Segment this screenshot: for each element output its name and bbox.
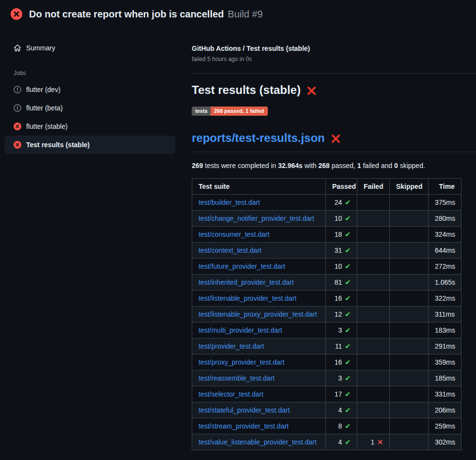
time-cell: 259ms [429,418,461,434]
skipped-cell [390,259,429,275]
passed-count: 8 [338,422,342,430]
sidebar-item-label: flutter (dev) [26,86,61,93]
check-icon: ✔ [345,374,351,382]
check-icon: ✔ [345,406,351,414]
total-count: 269 [192,162,203,169]
skipped-cell [390,195,429,211]
skipped-cell [390,354,429,370]
header-divider [192,73,476,74]
badge-value: 268 passed, 1 failed [211,107,268,116]
time-cell: 644ms [429,243,461,259]
badge-label: tests [192,107,211,116]
time-cell: 280ms [429,211,461,227]
suite-link[interactable]: test/future_provider_test.dart [199,262,285,270]
sidebar-item-summary[interactable]: Summary [5,39,175,57]
sidebar-item-label: Test results (stable) [26,141,90,149]
run-status-text: failed 5 hours ago in 0s [192,56,476,62]
suite-link[interactable]: test/selector_test.dart [199,390,263,398]
check-icon: ✔ [345,358,351,366]
time-cell: 1.065s [429,275,461,291]
skipped-cell [390,307,429,322]
suite-link[interactable]: test/provider_test.dart [199,342,264,350]
passed-count: 81 [335,278,342,286]
column-header-passed: Passed [326,179,357,195]
suite-link[interactable]: test/multi_provider_test.dart [199,326,282,334]
suite-link[interactable]: test/stream_provider_test.dart [199,422,289,430]
sidebar-item-test-results-stable[interactable]: Test results (stable) [5,136,175,154]
passed-count: 4 [338,438,342,446]
time-cell: 302ms [429,434,461,450]
table-row: test/stream_provider_test.dart 8✔ 259ms [192,418,461,434]
sidebar-item-label: flutter (beta) [26,104,62,112]
time-cell: 359ms [429,354,461,370]
summary-text: tests were completed in [203,162,278,169]
sidebar-item-flutter-beta[interactable]: flutter (beta) [5,99,175,117]
skipped-cell [390,418,429,434]
passed-count: 3 [338,326,342,334]
table-row: test/builder_test.dart 24✔ 375ms [192,195,461,211]
check-icon: ✔ [345,294,351,302]
table-header-row: Test suite Passed Failed Skipped Time [192,179,461,195]
table-row: test/listenable_provider_test.dart 16✔ 3… [192,291,461,307]
check-icon: ✔ [345,199,351,206]
sidebar: Summary Jobs flutter (dev) [0,27,180,154]
tests-status-badge[interactable]: tests 268 passed, 1 failed [192,107,268,116]
x-circle-icon [14,123,21,130]
table-row: test/stateful_provider_test.dart 4✔ 206m… [192,402,461,418]
suite-link[interactable]: test/consumer_test.dart [199,230,269,238]
table-row: test/context_test.dart 31✔ 644ms [192,243,461,259]
time-cell: 324ms [429,227,461,243]
suite-link[interactable]: test/reassemble_test.dart [199,374,275,382]
suite-link[interactable]: test/builder_test.dart [199,199,260,206]
passed-count: 17 [335,390,342,398]
skipped-cell [390,402,429,418]
skipped-cell [390,434,429,450]
check-icon: ✔ [345,310,351,318]
failed-count: 1 [370,438,374,446]
suite-link[interactable]: test/context_test.dart [199,246,261,254]
breadcrumb: GitHub Actions / Test results (stable) [192,45,476,52]
time-cell: 183ms [429,322,461,338]
skipped-cell [390,322,429,338]
suite-link[interactable]: test/change_notifier_provider_test.dart [199,215,314,222]
failed-x-icon [331,134,341,144]
table-row: test/proxy_provider_test.dart 16✔ 359ms [192,354,461,370]
passed-count: 12 [335,310,342,318]
time-cell: 322ms [429,291,461,307]
passed-count: 10 [335,215,342,222]
table-row: test/multi_provider_test.dart 3✔ 183ms [192,322,461,338]
time-cell: 272ms [429,259,461,275]
check-icon: ✔ [345,246,351,254]
sidebar-item-flutter-stable[interactable]: flutter (stable) [5,117,175,136]
section-title: Test results (stable) [192,83,301,97]
suite-link[interactable]: test/proxy_provider_test.dart [199,358,284,366]
column-header-failed: Failed [357,179,390,195]
suite-link[interactable]: test/stateful_provider_test.dart [199,406,290,414]
table-row: test/inherited_provider_test.dart 81✔ 1.… [192,275,461,291]
summary-text: failed and [361,162,395,169]
skipped-cell [390,291,429,307]
table-row: test/consumer_test.dart 18✔ 324ms [192,227,461,243]
summary-text: with [303,162,319,169]
suite-link[interactable]: test/value_listenable_provider_test.dart [199,438,317,446]
failed-count: 1 [357,162,361,169]
sidebar-item-flutter-dev[interactable]: flutter (dev) [5,80,175,99]
table-row: test/provider_test.dart 11✔ 291ms [192,338,461,354]
stop-icon [14,104,21,112]
time-cell: 331ms [429,386,461,402]
passed-count: 268 [319,162,330,169]
table-row: test/reassemble_test.dart 3✔ 185ms [192,370,461,386]
skipped-count: 0 [394,162,398,169]
cross-icon: ✕ [377,438,383,446]
suite-link[interactable]: test/listenable_provider_test.dart [199,294,296,302]
skipped-cell [390,243,429,259]
page-title: Do not create report when job is cancell… [29,9,263,20]
check-icon: ✔ [345,390,351,398]
summary-text: passed, [330,162,357,169]
report-heading: reports/test-results.json [192,131,476,152]
suite-link[interactable]: test/listenable_proxy_provider_test.dart [199,310,317,318]
suite-link[interactable]: test/inherited_provider_test.dart [199,278,294,286]
x-circle-icon [14,141,21,149]
report-title: reports/test-results.json [192,131,325,145]
table-row: test/value_listenable_provider_test.dart… [192,434,461,450]
